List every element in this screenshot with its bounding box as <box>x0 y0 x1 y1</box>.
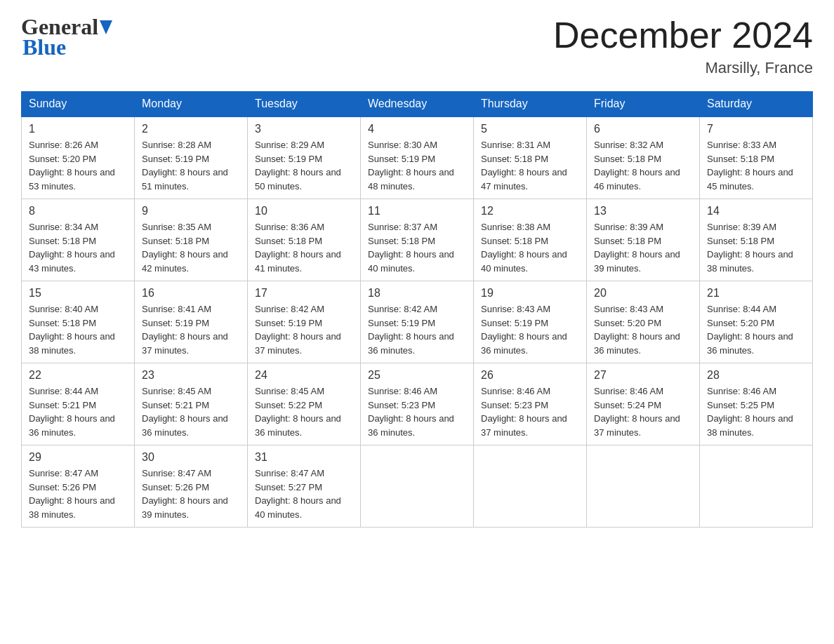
day-info: Sunrise: 8:46 AM Sunset: 5:25 PM Dayligh… <box>707 384 805 439</box>
daylight-text: Daylight: 8 hours and 39 minutes. <box>142 495 228 520</box>
daylight-text: Daylight: 8 hours and 47 minutes. <box>481 167 567 192</box>
day-of-week-header: Sunday <box>22 92 135 117</box>
day-info: Sunrise: 8:39 AM Sunset: 5:18 PM Dayligh… <box>594 220 692 275</box>
daylight-text: Daylight: 8 hours and 45 minutes. <box>707 167 793 192</box>
sunset-text: Sunset: 5:18 PM <box>707 236 774 246</box>
sunset-text: Sunset: 5:18 PM <box>368 236 435 246</box>
sunset-text: Sunset: 5:18 PM <box>481 154 548 164</box>
day-number: 1 <box>29 123 127 135</box>
day-info: Sunrise: 8:46 AM Sunset: 5:24 PM Dayligh… <box>594 384 692 439</box>
sunset-text: Sunset: 5:23 PM <box>368 400 435 410</box>
sunrise-text: Sunrise: 8:33 AM <box>707 140 776 150</box>
daylight-text: Daylight: 8 hours and 38 minutes. <box>29 495 115 520</box>
daylight-text: Daylight: 8 hours and 36 minutes. <box>29 413 115 438</box>
day-number: 27 <box>594 369 692 382</box>
day-info: Sunrise: 8:42 AM Sunset: 5:19 PM Dayligh… <box>368 302 466 357</box>
calendar-cell: 14 Sunrise: 8:39 AM Sunset: 5:18 PM Dayl… <box>700 199 813 281</box>
daylight-text: Daylight: 8 hours and 36 minutes. <box>368 413 454 438</box>
month-title: December 2024 <box>553 14 813 56</box>
day-info: Sunrise: 8:46 AM Sunset: 5:23 PM Dayligh… <box>481 384 579 439</box>
day-info: Sunrise: 8:39 AM Sunset: 5:18 PM Dayligh… <box>707 220 805 275</box>
daylight-text: Daylight: 8 hours and 36 minutes. <box>594 331 680 356</box>
day-number: 22 <box>29 369 127 382</box>
sunrise-text: Sunrise: 8:46 AM <box>481 386 550 396</box>
location-label: Marsilly, France <box>553 59 813 77</box>
sunset-text: Sunset: 5:21 PM <box>142 400 209 410</box>
sunset-text: Sunset: 5:19 PM <box>142 154 209 164</box>
day-number: 19 <box>481 287 579 300</box>
sunrise-text: Sunrise: 8:36 AM <box>255 222 324 232</box>
daylight-text: Daylight: 8 hours and 36 minutes. <box>481 331 567 356</box>
calendar-cell: 7 Sunrise: 8:33 AM Sunset: 5:18 PM Dayli… <box>700 116 813 199</box>
sunrise-text: Sunrise: 8:37 AM <box>368 222 437 232</box>
sunrise-text: Sunrise: 8:30 AM <box>368 140 437 150</box>
calendar-cell: 29 Sunrise: 8:47 AM Sunset: 5:26 PM Dayl… <box>22 445 135 528</box>
page-header: General Blue December 2024 Marsilly, Fra… <box>21 14 813 77</box>
calendar-cell: 9 Sunrise: 8:35 AM Sunset: 5:18 PM Dayli… <box>135 199 248 281</box>
sunrise-text: Sunrise: 8:46 AM <box>594 386 663 396</box>
day-of-week-header: Saturday <box>700 92 813 117</box>
sunset-text: Sunset: 5:18 PM <box>481 236 548 246</box>
daylight-text: Daylight: 8 hours and 43 minutes. <box>29 249 115 274</box>
day-number: 21 <box>707 287 805 300</box>
day-number: 18 <box>368 287 466 300</box>
calendar-cell: 31 Sunrise: 8:47 AM Sunset: 5:27 PM Dayl… <box>248 445 361 528</box>
sunset-text: Sunset: 5:18 PM <box>594 154 661 164</box>
daylight-text: Daylight: 8 hours and 40 minutes. <box>255 495 341 520</box>
day-number: 8 <box>29 205 127 217</box>
calendar-cell: 8 Sunrise: 8:34 AM Sunset: 5:18 PM Dayli… <box>22 199 135 281</box>
sunset-text: Sunset: 5:19 PM <box>255 318 322 328</box>
daylight-text: Daylight: 8 hours and 37 minutes. <box>594 413 680 438</box>
day-info: Sunrise: 8:47 AM Sunset: 5:27 PM Dayligh… <box>255 467 353 521</box>
day-info: Sunrise: 8:47 AM Sunset: 5:26 PM Dayligh… <box>29 467 127 521</box>
day-of-week-header: Friday <box>587 92 700 117</box>
sunrise-text: Sunrise: 8:28 AM <box>142 140 211 150</box>
sunset-text: Sunset: 5:18 PM <box>142 236 209 246</box>
daylight-text: Daylight: 8 hours and 38 minutes. <box>707 413 793 438</box>
sunrise-text: Sunrise: 8:31 AM <box>481 140 550 150</box>
calendar-week-row: 15 Sunrise: 8:40 AM Sunset: 5:18 PM Dayl… <box>22 281 813 363</box>
day-number: 14 <box>707 205 805 217</box>
sunrise-text: Sunrise: 8:35 AM <box>142 222 211 232</box>
sunset-text: Sunset: 5:18 PM <box>594 236 661 246</box>
day-info: Sunrise: 8:29 AM Sunset: 5:19 PM Dayligh… <box>255 138 353 193</box>
calendar-cell: 19 Sunrise: 8:43 AM Sunset: 5:19 PM Dayl… <box>474 281 587 363</box>
daylight-text: Daylight: 8 hours and 40 minutes. <box>368 249 454 274</box>
sunrise-text: Sunrise: 8:38 AM <box>481 222 550 232</box>
daylight-text: Daylight: 8 hours and 37 minutes. <box>142 331 228 356</box>
calendar-header-row: SundayMondayTuesdayWednesdayThursdayFrid… <box>22 92 813 117</box>
daylight-text: Daylight: 8 hours and 37 minutes. <box>255 331 341 356</box>
day-number: 20 <box>594 287 692 300</box>
daylight-text: Daylight: 8 hours and 50 minutes. <box>255 167 341 192</box>
calendar-cell: 11 Sunrise: 8:37 AM Sunset: 5:18 PM Dayl… <box>361 199 474 281</box>
sunrise-text: Sunrise: 8:47 AM <box>255 468 324 478</box>
daylight-text: Daylight: 8 hours and 46 minutes. <box>594 167 680 192</box>
sunrise-text: Sunrise: 8:39 AM <box>707 222 776 232</box>
day-number: 29 <box>29 451 127 464</box>
sunset-text: Sunset: 5:19 PM <box>368 318 435 328</box>
day-number: 12 <box>481 205 579 217</box>
day-info: Sunrise: 8:28 AM Sunset: 5:19 PM Dayligh… <box>142 138 240 193</box>
day-info: Sunrise: 8:44 AM Sunset: 5:21 PM Dayligh… <box>29 384 127 439</box>
day-number: 11 <box>368 205 466 217</box>
day-number: 25 <box>368 369 466 382</box>
day-info: Sunrise: 8:41 AM Sunset: 5:19 PM Dayligh… <box>142 302 240 357</box>
day-info: Sunrise: 8:43 AM Sunset: 5:19 PM Dayligh… <box>481 302 579 357</box>
calendar-cell <box>587 445 700 528</box>
day-info: Sunrise: 8:38 AM Sunset: 5:18 PM Dayligh… <box>481 220 579 275</box>
sunset-text: Sunset: 5:18 PM <box>29 318 96 328</box>
sunrise-text: Sunrise: 8:42 AM <box>255 304 324 314</box>
sunset-text: Sunset: 5:20 PM <box>594 318 661 328</box>
calendar-cell: 2 Sunrise: 8:28 AM Sunset: 5:19 PM Dayli… <box>135 116 248 199</box>
day-number: 3 <box>255 123 353 135</box>
calendar-cell: 15 Sunrise: 8:40 AM Sunset: 5:18 PM Dayl… <box>22 281 135 363</box>
logo-blue-text: Blue <box>22 34 112 60</box>
day-number: 26 <box>481 369 579 382</box>
sunset-text: Sunset: 5:20 PM <box>29 154 96 164</box>
calendar-cell: 20 Sunrise: 8:43 AM Sunset: 5:20 PM Dayl… <box>587 281 700 363</box>
day-number: 13 <box>594 205 692 217</box>
daylight-text: Daylight: 8 hours and 36 minutes. <box>142 413 228 438</box>
sunset-text: Sunset: 5:26 PM <box>29 482 96 492</box>
sunrise-text: Sunrise: 8:47 AM <box>142 468 211 478</box>
day-info: Sunrise: 8:43 AM Sunset: 5:20 PM Dayligh… <box>594 302 692 357</box>
